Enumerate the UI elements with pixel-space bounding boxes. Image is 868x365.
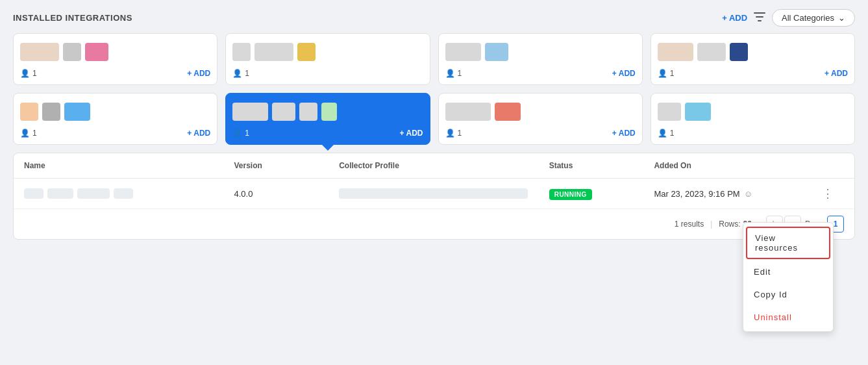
category-dropdown[interactable]: All Categories ⌄ [772,9,855,27]
col-status: Status [549,161,654,170]
integration-card-5[interactable]: 👤1+ ADD [13,93,217,145]
card-footer: 👤1+ ADD [20,69,210,78]
logo-block-3 [321,103,337,121]
row-status: RUNNING [549,189,654,199]
user-count: 1 [670,129,675,138]
logo-block-0 [445,103,491,121]
logo-block-0 [232,43,251,61]
integration-card-7[interactable]: 👤1+ ADD [438,93,643,145]
row-name [24,188,234,199]
integration-card-6[interactable]: 👤1+ ADD [225,93,430,145]
card-logo-row [20,100,210,123]
card-user-info: 👤1 [445,129,462,138]
card-user-info: 👤1 [232,69,249,78]
user-count: 1 [245,129,249,138]
table-section: Name Version Collector Profile Status Ad… [13,153,855,240]
card-user-info: 👤1 [445,69,462,78]
card-add-button[interactable]: + ADD [187,129,210,138]
more-actions-button[interactable]: ⋮ View resources Edit Copy Id Uninstall [812,186,844,201]
integration-card-1[interactable]: 👤1+ ADD [13,33,217,85]
card-footer: 👤1+ ADD [445,69,636,78]
table-row: 4.0.0 RUNNING Mar 23, 2023, 9:16 PM ☺ ⋮ … [14,179,854,209]
logo-block-1 [63,43,81,61]
logo-block-1 [485,43,508,61]
rows-label: Rows: [719,220,740,229]
page-title: INSTALLED INTEGRATIONS [13,13,132,23]
row-collector-profile [339,188,549,199]
logo-block-0 [658,43,693,61]
card-user-info: 👤1 [20,129,37,138]
col-collector-profile: Collector Profile [339,161,549,170]
integration-card-4[interactable]: 👤1+ ADD [651,33,855,85]
row-added-on: Mar 23, 2023, 9:16 PM ☺ [654,189,812,199]
card-user-info: 👤1 [20,69,37,78]
logo-block-2 [64,103,90,121]
status-badge: RUNNING [549,189,592,200]
col-version: Version [234,161,339,170]
card-logo-row [658,40,848,64]
card-footer: 👤1 [658,129,848,138]
svg-rect-2 [758,20,762,21]
logo-block-1 [685,103,711,121]
card-user-info: 👤1 [658,129,675,138]
logo-block-0 [445,43,481,61]
user-icon: 👤 [232,129,242,138]
card-logo-row [232,100,423,123]
logo-block-0 [20,43,59,61]
card-footer: 👤1+ ADD [232,129,423,138]
context-menu: View resources Edit Copy Id Uninstall [743,222,834,332]
logo-block-1 [697,43,726,61]
table-header: Name Version Collector Profile Status Ad… [14,153,854,179]
user-count: 1 [32,69,37,78]
header: INSTALLED INTEGRATIONS + ADD All Categor… [0,0,868,33]
logo-block-0 [20,103,38,121]
results-count: 1 results [675,220,704,229]
user-icon: 👤 [445,129,455,138]
card-user-info: 👤1 [232,129,249,138]
logo-block-2 [85,43,108,61]
user-icon: ☺ [744,189,752,199]
logo-block-0 [658,103,681,121]
divider: | [710,220,712,229]
col-actions [812,161,844,170]
logo-block-2 [730,43,748,61]
user-icon: 👤 [20,69,30,78]
svg-rect-0 [754,12,765,14]
card-logo-row [445,40,636,64]
card-add-button[interactable]: + ADD [612,69,636,78]
user-count: 1 [458,69,462,78]
integration-card-2[interactable]: 👤1 [225,33,430,85]
svg-rect-1 [756,16,763,18]
card-add-button[interactable]: + ADD [825,69,848,78]
integration-card-3[interactable]: 👤1+ ADD [438,33,643,85]
card-add-button[interactable]: + ADD [400,129,423,138]
integration-card-8[interactable]: 👤1 [651,93,855,145]
header-actions: + ADD All Categories ⌄ [722,9,855,27]
card-add-button[interactable]: + ADD [187,69,210,78]
logo-block-2 [297,43,316,61]
add-button[interactable]: + ADD [722,13,747,23]
col-added-on: Added On [654,161,812,170]
card-add-button[interactable]: + ADD [612,129,636,138]
user-icon: 👤 [658,69,667,78]
filter-icon-button[interactable] [754,12,765,24]
added-on-text: Mar 23, 2023, 9:16 PM [654,189,739,199]
user-icon: 👤 [445,69,455,78]
user-count: 1 [670,69,675,78]
user-icon: 👤 [232,69,242,78]
col-name: Name [24,161,234,170]
card-footer: 👤1+ ADD [658,69,848,78]
context-menu-view-resources[interactable]: View resources [746,227,830,259]
logo-block-1 [42,103,60,121]
card-logo-row [20,40,210,64]
logo-block-1 [495,103,521,121]
context-menu-uninstall[interactable]: Uninstall [743,306,833,329]
category-label: All Categories [782,13,834,23]
context-menu-edit[interactable]: Edit [743,260,833,283]
logo-block-1 [254,43,293,61]
logo-block-1 [272,103,295,121]
user-icon: 👤 [20,129,30,138]
logo-block-0 [232,103,268,121]
user-count: 1 [32,129,37,138]
context-menu-copy-id[interactable]: Copy Id [743,283,833,306]
